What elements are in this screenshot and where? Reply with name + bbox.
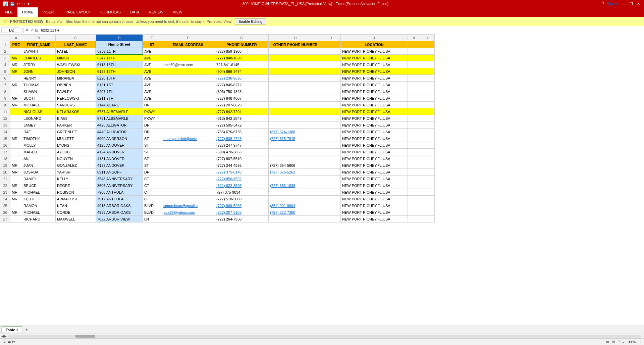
- cell-E19[interactable]: ST: [143, 162, 161, 169]
- cell-I14[interactable]: [322, 129, 341, 135]
- cell-A14[interactable]: [10, 129, 22, 135]
- cell-A15[interactable]: MR: [10, 135, 22, 142]
- horizontal-scrollbar[interactable]: ◀ ▶: [0, 334, 644, 338]
- cell-H24[interactable]: [269, 196, 322, 202]
- cell-J2[interactable]: NEW PORT RICHEY,FL,USA: [341, 48, 408, 55]
- cell-J18[interactable]: NEW PORT RICHEY,FL,USA: [341, 155, 408, 162]
- cell-B2[interactable]: JAYANTI: [22, 48, 56, 55]
- cell-K27[interactable]: [408, 216, 421, 223]
- cell-L15[interactable]: [421, 135, 435, 142]
- cell-K2[interactable]: [408, 48, 421, 55]
- cell-I26[interactable]: [322, 209, 341, 216]
- cell-L5[interactable]: [421, 68, 435, 75]
- cell-G12[interactable]: (813) 842-2549: [215, 115, 269, 122]
- cell-D12[interactable]: 6751 ALBEMARLE: [96, 115, 143, 122]
- cell-J24[interactable]: NEW PORT RICHEY,FL,USA: [341, 196, 408, 202]
- cell-E12[interactable]: PKWY: [143, 115, 161, 122]
- cell-I22[interactable]: [322, 182, 341, 189]
- minimize-button[interactable]: —: [620, 1, 627, 6]
- cell-G6[interactable]: (727) 236-9695: [215, 75, 269, 82]
- scroll-left-btn[interactable]: ◀: [1, 334, 4, 338]
- cell-E16[interactable]: ST: [143, 142, 161, 149]
- cell-K9[interactable]: [408, 95, 421, 102]
- cell-D2[interactable]: 6232 11TH: [96, 48, 143, 55]
- quick-save[interactable]: 💾: [10, 2, 15, 6]
- cell-A19[interactable]: MR: [10, 162, 22, 169]
- cell-I9[interactable]: [322, 95, 341, 102]
- cell-H4[interactable]: [269, 61, 322, 68]
- cell-J15[interactable]: NEW PORT RICHEY,FL,USA: [341, 135, 408, 142]
- cell-H8[interactable]: [269, 88, 322, 95]
- cell-E20[interactable]: DR: [143, 169, 161, 176]
- cell-H17[interactable]: [269, 149, 322, 155]
- cell-K21[interactable]: [408, 176, 421, 182]
- cell-L2[interactable]: [421, 48, 435, 55]
- cell-A24[interactable]: MR: [10, 196, 22, 202]
- spreadsheet[interactable]: A B C D E F G H I J K L 1 PRE: [0, 34, 644, 326]
- cell-C23[interactable]: ROBISON: [56, 189, 96, 196]
- cell-B27[interactable]: RICHARD: [22, 216, 56, 223]
- col-header-l[interactable]: L: [421, 35, 435, 41]
- cell-J14[interactable]: NEW PORT RICHEY,FL,USA: [341, 129, 408, 135]
- cell-B21[interactable]: DANIEL: [22, 176, 56, 182]
- cell-G21[interactable]: (727) 856-7592: [215, 176, 269, 182]
- cell-C19[interactable]: GONZALEZ: [56, 162, 96, 169]
- cell-E22[interactable]: CT: [143, 182, 161, 189]
- cell-D9[interactable]: 6211 9TH: [96, 95, 143, 102]
- quick-undo[interactable]: ↩: [17, 2, 20, 6]
- cell-B24[interactable]: KEITH: [22, 196, 56, 202]
- tab-insert[interactable]: INSERT: [38, 7, 61, 17]
- cell-G27[interactable]: (727) 264-7950: [215, 216, 269, 223]
- tab-home[interactable]: HOME: [17, 7, 38, 17]
- scroll-thumb[interactable]: [75, 335, 95, 338]
- cell-F8[interactable]: [161, 88, 215, 95]
- col-header-h[interactable]: H: [269, 35, 322, 41]
- col-header-j[interactable]: J: [341, 35, 408, 41]
- cell-C7[interactable]: OBRIEN: [56, 82, 96, 88]
- cell-C10[interactable]: SANDERS: [56, 102, 96, 108]
- cell-F18[interactable]: [161, 155, 215, 162]
- cell-D14[interactable]: 4449 ALLIGATOR: [96, 129, 143, 135]
- cell-B18[interactable]: AN: [22, 155, 56, 162]
- cell-A2[interactable]: [10, 48, 22, 55]
- function-icon[interactable]: fx: [35, 28, 38, 32]
- cell-G11[interactable]: (727) 842-7204: [215, 108, 269, 115]
- cell-L7[interactable]: [421, 82, 435, 88]
- cell-F16[interactable]: [161, 142, 215, 149]
- cell-D24[interactable]: 7917 ANTHULA: [96, 196, 143, 202]
- cell-I27[interactable]: [322, 216, 341, 223]
- cell-E17[interactable]: ST: [143, 149, 161, 155]
- cell-K18[interactable]: [408, 155, 421, 162]
- cell-B25[interactable]: RAMON: [22, 202, 56, 209]
- cell-B8[interactable]: SHAWN: [22, 88, 56, 95]
- cell-L23[interactable]: [421, 189, 435, 196]
- cell-reference-box[interactable]: [1, 28, 21, 33]
- cell-L18[interactable]: [421, 155, 435, 162]
- cell-K6[interactable]: [408, 75, 421, 82]
- cell-H14[interactable]: (317) 374-1388: [269, 129, 322, 135]
- cell-G24[interactable]: (727) 518-5003: [215, 196, 269, 202]
- col-header-g[interactable]: G: [215, 35, 269, 41]
- cell-J22[interactable]: NEW PORT RICHEY,FL,USA: [341, 182, 408, 189]
- cell-D20[interactable]: 8911 ANGOFF: [96, 169, 143, 176]
- cell-C21[interactable]: KELLY: [56, 176, 96, 182]
- cell-G7[interactable]: (727) 845-8272: [215, 82, 269, 88]
- cell-G13[interactable]: (727) 505-3472: [215, 122, 269, 129]
- cell-E6[interactable]: AVE: [143, 75, 161, 82]
- cell-C2[interactable]: PATEL: [56, 48, 96, 55]
- cell-I20[interactable]: [322, 169, 341, 176]
- cell-J27[interactable]: NEW PORT RICHEY,FL,USA: [341, 216, 408, 223]
- cell-A20[interactable]: MR: [10, 169, 22, 176]
- cell-G22[interactable]: (321) 622-8595: [215, 182, 269, 189]
- zoom-in-icon[interactable]: +: [639, 340, 641, 344]
- cell-I12[interactable]: [322, 115, 341, 122]
- cell-G16[interactable]: (727) 247-9747: [215, 142, 269, 149]
- cell-B12[interactable]: LEONARD: [22, 115, 56, 122]
- cell-H26[interactable]: (727) 372-7380: [269, 209, 322, 216]
- close-button[interactable]: ✕: [636, 2, 641, 6]
- cell-G23[interactable]: 727) 375-9834: [215, 189, 269, 196]
- cell-H13[interactable]: [269, 122, 322, 129]
- cell-E3[interactable]: AVE: [143, 55, 161, 61]
- cell-C16[interactable]: LYONS: [56, 142, 96, 149]
- cell-K26[interactable]: [408, 209, 421, 216]
